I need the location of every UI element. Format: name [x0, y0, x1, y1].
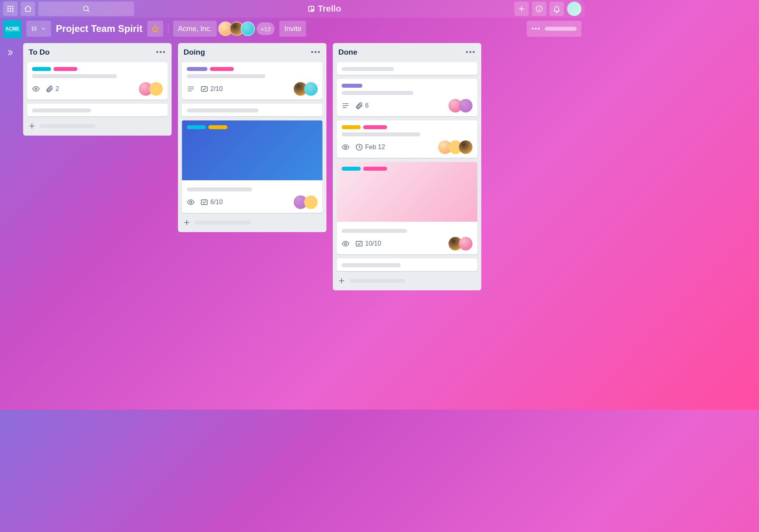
checklist-icon: [200, 198, 208, 206]
workspace-logo[interactable]: ACME: [3, 20, 22, 38]
svg-rect-12: [312, 7, 313, 9]
star-board-button[interactable]: [147, 21, 163, 37]
add-card-button[interactable]: [182, 217, 322, 228]
card-labels: [32, 67, 163, 71]
description-badge: [342, 102, 350, 110]
eye-icon: [342, 240, 350, 248]
list-title[interactable]: Doing: [184, 48, 205, 57]
workspace-label: Acme, Inc.: [178, 25, 212, 33]
list-doing: Doing ••• 2/10: [178, 43, 326, 232]
info-icon: [535, 5, 543, 13]
card[interactable]: Feb 12: [337, 120, 477, 158]
card[interactable]: 10/10: [337, 162, 477, 254]
invite-label: Invite: [284, 25, 301, 33]
board-menu-button[interactable]: •••: [527, 21, 581, 37]
bell-icon: [553, 5, 561, 13]
member-avatar[interactable]: [241, 22, 255, 36]
paperclip-icon: [45, 85, 53, 93]
search-input[interactable]: [38, 2, 134, 16]
list-menu-button[interactable]: •••: [311, 48, 321, 57]
top-nav: Trello: [0, 0, 585, 18]
checklist-icon: [355, 240, 363, 248]
more-members-badge[interactable]: +12: [257, 22, 275, 35]
svg-rect-0: [8, 6, 9, 7]
invite-button[interactable]: Invite: [279, 21, 306, 37]
card[interactable]: 6/10: [182, 120, 322, 213]
checklist-badge: 10/10: [355, 240, 381, 248]
sidebar-collapsed: [0, 43, 20, 406]
eye-icon: [187, 198, 195, 206]
eye-icon: [342, 143, 350, 151]
card-cover: [337, 162, 477, 222]
plus-icon: [338, 277, 346, 285]
app-switcher-button[interactable]: [3, 2, 18, 16]
checklist-badge: 6/10: [200, 198, 223, 206]
card[interactable]: [337, 258, 477, 271]
watch-badge: [187, 198, 195, 206]
board-content: To Do ••• 2: [0, 40, 585, 410]
card[interactable]: [337, 62, 477, 75]
card-cover: [182, 120, 322, 180]
apps-grid-icon: [6, 5, 14, 13]
description-icon: [342, 102, 350, 110]
card[interactable]: [27, 104, 168, 116]
checklist-badge: 2/10: [200, 85, 223, 93]
watch-badge: [32, 85, 40, 93]
board-members[interactable]: +12: [221, 22, 275, 36]
svg-rect-15: [202, 87, 208, 91]
search-icon: [82, 5, 90, 13]
due-date-badge: Feb 12: [355, 143, 385, 151]
info-button[interactable]: [532, 2, 546, 16]
clock-icon: [355, 143, 363, 151]
home-icon: [24, 5, 32, 13]
board-lists: To Do ••• 2: [20, 43, 484, 406]
checklist-icon: [200, 85, 208, 93]
paperclip-icon: [355, 102, 363, 110]
svg-rect-4: [10, 8, 11, 9]
svg-rect-6: [8, 10, 9, 12]
list-menu-button[interactable]: •••: [156, 48, 166, 57]
add-button[interactable]: [514, 2, 529, 16]
watch-badge: [342, 240, 350, 248]
attachments-badge: 6: [355, 102, 369, 110]
svg-rect-2: [12, 6, 13, 7]
svg-point-16: [190, 201, 192, 203]
card[interactable]: 2/10: [182, 62, 322, 100]
add-card-button[interactable]: [337, 275, 477, 286]
svg-rect-10: [308, 6, 314, 12]
user-avatar[interactable]: [567, 2, 581, 16]
description-icon: [187, 85, 195, 93]
add-card-button[interactable]: [27, 120, 168, 132]
brand-name: Trello: [318, 4, 341, 14]
svg-rect-5: [12, 8, 13, 9]
svg-point-14: [35, 88, 37, 90]
card[interactable]: 2: [27, 62, 168, 100]
attachments-badge: 2: [45, 85, 59, 93]
card[interactable]: [182, 104, 322, 116]
board-view-switcher[interactable]: [26, 21, 51, 37]
home-button[interactable]: [21, 2, 35, 16]
plus-icon: [518, 5, 526, 13]
svg-rect-11: [309, 7, 311, 11]
card[interactable]: 6: [337, 79, 477, 116]
list-title[interactable]: To Do: [29, 48, 49, 57]
star-icon: [151, 25, 159, 33]
brand-logo: Trello: [137, 4, 511, 14]
card-members: [142, 82, 163, 96]
svg-rect-3: [8, 8, 9, 9]
svg-point-18: [345, 146, 347, 148]
list-done: Done ••• 6: [333, 43, 481, 290]
expand-sidebar-button[interactable]: [4, 46, 16, 59]
list-title[interactable]: Done: [338, 48, 358, 57]
eye-icon: [32, 85, 40, 93]
board-title[interactable]: Project Team Spirit: [56, 23, 142, 34]
svg-rect-1: [10, 6, 11, 7]
board-header: ACME Project Team Spirit Acme, Inc. +12 …: [0, 18, 585, 40]
trello-icon: [307, 5, 315, 13]
chevron-right-double-icon: [6, 49, 14, 57]
workspace-button[interactable]: Acme, Inc.: [173, 21, 217, 37]
plus-icon: [183, 219, 191, 227]
list-menu-button[interactable]: •••: [466, 48, 476, 57]
svg-rect-8: [12, 10, 13, 12]
notifications-button[interactable]: [549, 2, 564, 16]
